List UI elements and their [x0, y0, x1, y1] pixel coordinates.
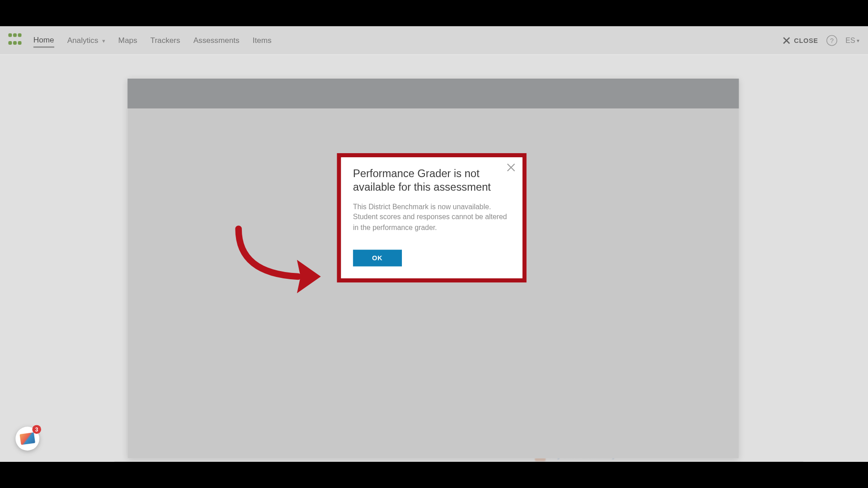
nav-maps[interactable]: Maps	[118, 33, 137, 47]
ok-button[interactable]: OK	[353, 250, 401, 267]
close-icon	[782, 36, 790, 44]
topbar: Home Analytics ▾ Maps Trackers Assessmen…	[0, 26, 868, 55]
chevron-down-icon: ▾	[102, 38, 105, 44]
modal-backdrop: Available 🔒 Mastery Connect Canvas Secti…	[0, 55, 868, 461]
chevron-down-icon: ▾	[857, 37, 860, 43]
close-icon	[506, 162, 517, 173]
nav-home[interactable]: Home	[33, 33, 54, 48]
help-icon[interactable]: ?	[826, 35, 837, 46]
nav-analytics[interactable]: Analytics ▾	[67, 33, 105, 47]
notifications-badge[interactable]: 3	[15, 427, 39, 450]
badge-logo-icon	[19, 432, 35, 445]
nav-items[interactable]: Items	[253, 33, 272, 47]
unavailable-dialog: Performance Grader is not available for …	[341, 157, 522, 278]
nav-analytics-label: Analytics	[67, 36, 99, 45]
dialog-body: This District Benchmark is now unavailab…	[353, 202, 510, 233]
badge-count: 3	[32, 425, 41, 434]
close-button[interactable]: CLOSE	[782, 36, 818, 44]
dialog-highlight-border: Performance Grader is not available for …	[337, 153, 526, 282]
app-viewport: Home Analytics ▾ Maps Trackers Assessmen…	[0, 26, 868, 462]
dialog-close-button[interactable]	[506, 162, 517, 173]
letterbox-top	[0, 0, 868, 26]
user-initials: ES	[845, 36, 855, 44]
main-nav: Home Analytics ▾ Maps Trackers Assessmen…	[33, 33, 272, 48]
close-label: CLOSE	[794, 37, 818, 44]
dialog-title: Performance Grader is not available for …	[353, 167, 510, 193]
letterbox-bottom	[0, 462, 868, 488]
nav-assessments[interactable]: Assessments	[193, 33, 240, 47]
nav-trackers[interactable]: Trackers	[151, 33, 180, 47]
user-menu[interactable]: ES ▾	[845, 36, 860, 44]
app-logo-icon	[8, 33, 23, 47]
